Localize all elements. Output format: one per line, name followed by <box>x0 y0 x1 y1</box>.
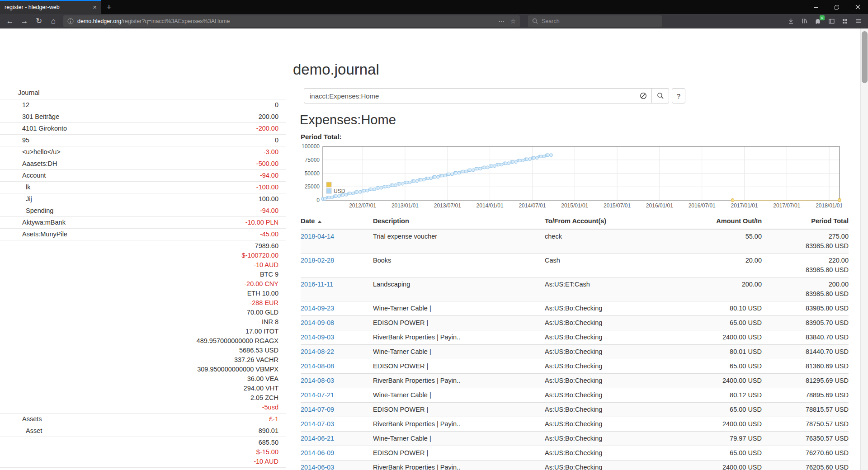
window-restore-button[interactable] <box>826 0 847 14</box>
browser-search-bar[interactable]: Search <box>528 15 662 27</box>
account-name[interactable]: 12 <box>0 100 275 110</box>
forward-button[interactable]: → <box>17 15 32 28</box>
register-row[interactable]: 2014-09-23Wine-Tarner Cable |As:US:Bo:Ch… <box>301 301 849 316</box>
column-header-amount: Amount Out/In <box>680 214 762 229</box>
register-row[interactable]: 2014-09-03RiverBank Properties | Payin..… <box>301 330 849 345</box>
transaction-period-total: 83905.70 USD <box>762 316 849 330</box>
register-row[interactable]: 2014-09-08EDISON POWER |As:US:Bo:Checkin… <box>301 316 849 330</box>
register-row[interactable]: 2014-08-08EDISON POWER |As:US:Bo:Checkin… <box>301 359 849 374</box>
transaction-date-link[interactable]: 2014-08-08 <box>301 362 334 370</box>
downloads-button[interactable] <box>784 15 797 28</box>
sidebar-account-row[interactable]: Jij100.00 <box>0 193 286 205</box>
search-submit-button[interactable] <box>652 88 669 103</box>
account-name[interactable]: Asset <box>0 426 259 436</box>
reload-button[interactable]: ↻ <box>32 15 46 28</box>
account-name[interactable]: Assets <box>0 414 269 424</box>
tab-close-icon[interactable]: × <box>93 3 97 11</box>
sidebar-account-row[interactable]: 4101 Girokonto-200.00 <box>0 122 286 134</box>
transaction-date-link[interactable]: 2014-07-03 <box>301 420 334 428</box>
query-input[interactable] <box>304 88 635 103</box>
register-row[interactable]: 2018-04-14Trial expense vouchercheck55.0… <box>301 229 849 254</box>
sort-by-date-link[interactable]: Date <box>301 217 322 225</box>
url-text[interactable]: demo.hledger.org/register?q=inacct%3AExp… <box>77 18 493 24</box>
transaction-date-link[interactable]: 2014-06-03 <box>301 464 334 470</box>
account-name[interactable]: Spending <box>0 206 260 216</box>
scrollbar-thumb[interactable] <box>862 31 868 83</box>
account-name[interactable]: Jij <box>0 194 259 204</box>
window-close-button[interactable] <box>847 0 868 14</box>
transaction-accounts: As:US:Bo:Checking <box>545 446 680 461</box>
sidebar-account-row[interactable]: Assets£-1 <box>0 413 286 425</box>
clear-query-button[interactable] <box>635 88 652 103</box>
site-info-icon[interactable] <box>67 18 74 24</box>
transaction-date-link[interactable]: 2014-08-03 <box>301 377 334 384</box>
account-name[interactable]: 4101 Girokonto <box>0 124 256 133</box>
account-name[interactable]: 95 <box>0 136 275 145</box>
transaction-date-link[interactable]: 2014-06-09 <box>301 449 334 456</box>
register-row[interactable]: 2014-06-21Wine-Tarner Cable |As:US:Bo:Ch… <box>301 432 849 446</box>
search-help-button[interactable]: ? <box>672 88 685 103</box>
sidebars-button[interactable] <box>825 15 838 28</box>
page-scrollbar[interactable] <box>860 28 868 470</box>
sidebar-account-row[interactable]: 301 Beiträge200.00 <box>0 111 286 122</box>
sidebar-account-row[interactable]: Aaasets:DH-500.00 <box>0 158 286 169</box>
register-row[interactable]: 2014-07-21Wine-Tarner Cable |As:US:Bo:Ch… <box>301 388 849 403</box>
apps-grid-button[interactable] <box>838 15 852 28</box>
window-minimize-button[interactable] <box>806 0 826 14</box>
register-row[interactable]: 2014-07-09EDISON POWER |As:US:Bo:Checkin… <box>301 403 849 417</box>
transaction-date-link[interactable]: 2018-04-14 <box>301 233 334 240</box>
register-row[interactable]: 2014-06-03RiverBank Properties | Payin..… <box>301 461 849 470</box>
sidebar-account-row[interactable]: 685.50$-15.00-10 AUD <box>0 437 286 467</box>
sidebar-account-row[interactable]: Spending-94.00 <box>0 205 286 216</box>
transaction-date-link[interactable]: 2014-09-03 <box>301 334 334 341</box>
transaction-date-link[interactable]: 2018-02-28 <box>301 257 334 264</box>
register-row[interactable]: 2016-11-11LandscapingAs:US:ET:Cash200.00… <box>301 277 849 301</box>
new-tab-button[interactable]: + <box>101 0 117 14</box>
account-name[interactable]: Aaasets:DH <box>0 159 256 169</box>
transaction-date-link[interactable]: 2014-06-21 <box>301 435 334 442</box>
register-row[interactable]: 2018-02-28BooksCash20.00220.0083985.80 U… <box>301 254 849 277</box>
sidebar-account-row[interactable]: lk-100.00 <box>0 181 286 193</box>
sidebar-account-row[interactable]: 120 <box>0 99 286 111</box>
url-bar[interactable]: demo.hledger.org/register?q=inacct%3AExp… <box>63 15 520 27</box>
sidebar-account-row[interactable]: 950 <box>0 134 286 146</box>
transaction-date-link[interactable]: 2016-11-11 <box>301 281 333 288</box>
account-name[interactable]: Account <box>0 171 260 180</box>
transaction-date-link[interactable]: 2014-09-23 <box>301 305 334 312</box>
register-row[interactable]: 2014-06-09EDISON POWER |As:US:Bo:Checkin… <box>301 446 849 461</box>
sidebar-account-row[interactable]: <u>hello</u>-3.00 <box>0 146 286 158</box>
sidebar-account-row[interactable]: Aktywa:mBank-10.00 PLN <box>0 216 286 228</box>
account-name[interactable]: lk <box>0 183 256 192</box>
sidebar-item-journal[interactable]: Journal <box>18 88 286 98</box>
sidebar-account-row[interactable]: 7989.60$-100720.00-10 AUDBTC 9-20.00 CNY… <box>0 240 286 413</box>
transaction-date-link[interactable]: 2014-09-08 <box>301 319 334 326</box>
sidebar-account-row[interactable]: Asset890.01 <box>0 425 286 437</box>
library-button[interactable] <box>797 15 811 28</box>
account-name[interactable]: 301 Beiträge <box>0 112 259 122</box>
register-row[interactable]: 2014-08-22Wine-Tarner Cable |As:US:Bo:Ch… <box>301 345 849 359</box>
account-name[interactable]: <u>hello</u> <box>0 147 264 157</box>
transaction-date-link[interactable]: 2014-07-09 <box>301 406 334 413</box>
menu-button[interactable] <box>852 15 865 28</box>
column-header-date[interactable]: Date <box>301 214 373 229</box>
transaction-accounts: Cash <box>545 254 680 277</box>
adblock-extension-button[interactable]: 0 <box>811 15 825 28</box>
page-actions-icon[interactable]: ⋯ <box>498 18 505 25</box>
back-button[interactable]: ← <box>3 15 17 28</box>
sidebar-account-row[interactable]: Asets:MunyPile-45.00 <box>0 228 286 240</box>
transaction-date-link[interactable]: 2014-08-22 <box>301 348 334 355</box>
sidebar-account-row[interactable]: Cash-30.00 USD <box>0 467 286 470</box>
account-balance: -94.00 <box>260 206 278 216</box>
period-chart[interactable]: 02500050000750001000002012/07/012013/01/… <box>300 142 842 209</box>
account-name[interactable]: Aktywa:mBank <box>0 218 245 227</box>
sidebar-account-row[interactable]: Account-94.00 <box>0 169 286 181</box>
home-button[interactable]: ⌂ <box>46 15 61 28</box>
bookmark-star-icon[interactable]: ☆ <box>510 18 516 25</box>
register-row[interactable]: 2014-07-03RiverBank Properties | Payin..… <box>301 417 849 432</box>
balance-amount: 309.950000000000 VBMPX <box>197 365 278 374</box>
transaction-description: EDISON POWER | <box>373 446 545 461</box>
register-row[interactable]: 2014-08-03RiverBank Properties | Payin..… <box>301 374 849 388</box>
browser-tab[interactable]: register - hledger-web × <box>0 0 101 14</box>
transaction-date-link[interactable]: 2014-07-21 <box>301 391 334 399</box>
account-name[interactable]: Asets:MunyPile <box>0 230 260 239</box>
